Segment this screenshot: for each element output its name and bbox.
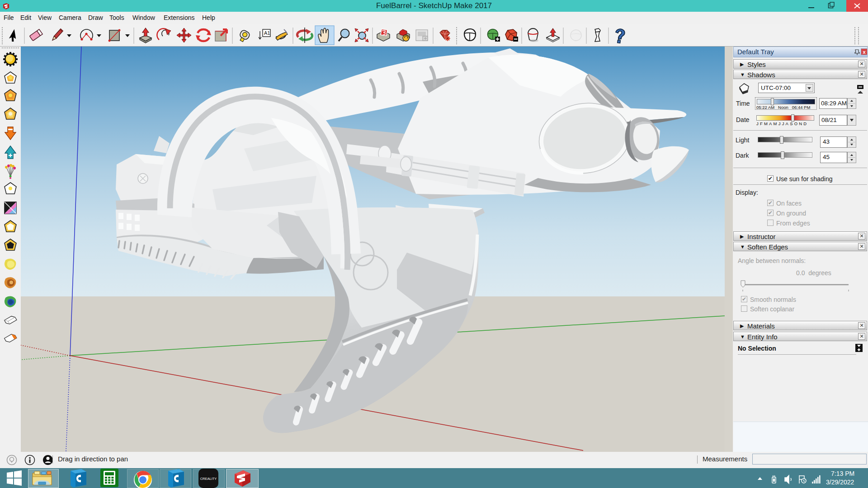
svg-text:CREALITY: CREALITY bbox=[200, 477, 217, 481]
svg-text:A1: A1 bbox=[264, 30, 270, 36]
